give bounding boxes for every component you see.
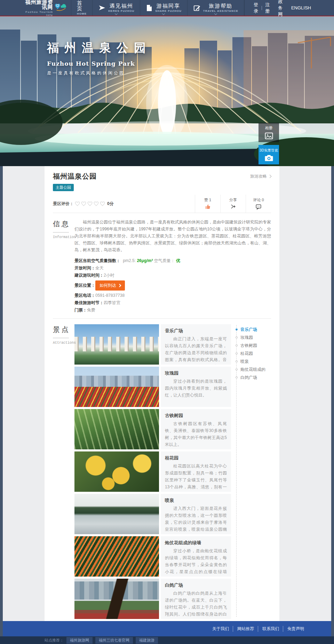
site-logo[interactable]: 福州旅游资讯网 Fuzhou Tourism Info	[0, 0, 66, 16]
chevron-right-icon	[268, 175, 272, 178]
hero-banner: 福州温泉公园 Fuzhou Hot Spring Park 是一座具有欧式风格的…	[0, 16, 334, 166]
album-icon	[265, 132, 273, 139]
tour-3d-label: 3D实景导览	[260, 148, 278, 153]
english-link[interactable]: ENGLISH	[291, 5, 311, 10]
album-label: 相册	[265, 125, 273, 131]
category-badge: 主题公园	[53, 184, 74, 191]
attraction-text: 进入西大门，迎面是花卉簇拥的大型喷水池，这一个圆形喷泉，它的设计灵感来自于摩洛哥…	[165, 505, 227, 534]
attraction-card: 炮仗花组成的绿墙 穿过小桥，是由炮仗花组成的绿墙，因花似炮仗而得名，每当春季开花…	[74, 536, 231, 577]
attraction-name: 喷泉	[165, 497, 227, 504]
attraction-text: 古铁树园区有苏铁、凤尾铁、美洲铁、泰国铁等30多株铁树，其中最大的千年铁树王高达…	[165, 420, 227, 448]
best-season-row: 最佳旅游时节：四季皆宜	[74, 300, 271, 306]
attraction-nav-item[interactable]: 喷泉	[240, 359, 271, 364]
like-button[interactable]: 赞 1	[195, 195, 220, 213]
heart-icon[interactable]	[75, 201, 80, 206]
attraction-card: 白鸽广场 白鸽广场的白鸽是从上海引进的广场鸽。在蓝天、白云下，绿叶红花中，成百上…	[74, 579, 231, 619]
nav-meet-fuzhou[interactable]: 遇见福州 HERES FUZHOU	[92, 0, 140, 16]
site-link-fujian-tourism[interactable]: 福建旅游	[136, 637, 158, 644]
hero-title-block: 福州温泉公园 Fuzhou Hot Spring Park 是一座具有欧式风格的…	[47, 40, 151, 76]
attractions-section-title: 景点	[53, 325, 73, 334]
attraction-nav-item[interactable]: 桂花园	[240, 351, 271, 356]
attraction-card: 古铁树园 古铁树园区有苏铁、凤尾铁、美洲铁、泰国铁等30多株铁树，其中最大的千年…	[74, 409, 231, 449]
heart-cloud-logo-icon	[54, 1, 66, 13]
book-icon	[146, 4, 153, 12]
heart-icon[interactable]	[87, 201, 93, 206]
attraction-photo-fountain[interactable]	[74, 494, 159, 534]
share-button[interactable]: 分享	[220, 195, 246, 213]
divider	[53, 232, 69, 233]
fountain-hero-photo	[0, 16, 334, 166]
gov-link[interactable]: 政务网	[278, 0, 283, 17]
how-to-arrive-button[interactable]: 如何到达	[95, 280, 125, 291]
attraction-name: 古铁树园	[165, 413, 227, 419]
attraction-photo-osmanthus-garden[interactable]	[74, 451, 159, 492]
heart-icon[interactable]	[81, 201, 86, 206]
hero-park-title: 福州温泉公园	[47, 40, 151, 56]
rating-score: 0分	[107, 201, 114, 207]
site-recommend-bar: 站点推荐： 福州旅游网 福州三坊七巷官网 福建旅游	[0, 636, 334, 644]
header-links: 登录 注册 政务网 ENGLISH	[244, 0, 334, 16]
attraction-name: 桂花园	[165, 455, 227, 461]
site-link-fuzhou-tourism[interactable]: 福州旅游网	[66, 637, 93, 644]
attraction-photo-firecracker-flower-wall[interactable]	[74, 536, 159, 577]
site-link-sanfang-qixiang[interactable]: 福州三坊七巷官网	[95, 637, 133, 644]
location-row: 景区位置： 如何到达	[74, 280, 271, 291]
air-quality-value: 优	[176, 258, 180, 263]
rating-label: 景区评价：	[53, 201, 74, 207]
attraction-text: 穿过小桥，是由炮仗花组成的绿墙，因花似炮仗而得名，每当春季开花时节，朵朵金黄色的…	[165, 547, 227, 577]
nav-share-fuzhou[interactable]: 游福同享 SHARE FUZHOU	[140, 0, 187, 16]
attraction-card: 桂花园 桂花园区以高大桂花为中心形成圆型配置，别具一格；竹园区里种下了金镶玉竹、…	[74, 451, 231, 492]
page-frame: 福州温泉公园 旅游攻略 主题公园 景区评价： 0分	[3, 166, 331, 636]
social-actions: 赞 1 分享 评论 0	[195, 195, 271, 213]
album-button[interactable]: 相册	[259, 123, 279, 142]
nav-travel-assistance[interactable]: 旅游帮助 TRAVEL ASSISTANCE	[187, 0, 244, 16]
like-count: 1	[209, 198, 211, 202]
footer-about-link[interactable]: 关于我们	[212, 626, 229, 632]
info-section-title: 信息	[53, 219, 73, 229]
air-quality-row: 景区当前空气质量指数： pm2.5: 26μg/m³ 空气质量： 优	[74, 258, 271, 264]
hero-park-title-en: Fuzhou Hot Spring Park	[47, 60, 151, 67]
chevron-right-icon	[118, 284, 121, 287]
register-link[interactable]: 注册	[265, 2, 270, 14]
attraction-name: 音乐广场	[165, 328, 227, 334]
top-nav-bar: 福州旅游资讯网 Fuzhou Tourism Info 首页 HOME 遇见福州…	[0, 0, 334, 16]
park-description: 福州温泉公园位于福州温泉公园路，是一座具有欧式风格的休闲公园，是由中国建筑设计研…	[74, 219, 271, 253]
thumb-up-icon	[205, 204, 211, 210]
tour-3d-button[interactable]: 3D实景导览	[259, 145, 279, 164]
attraction-name: 玫瑰园	[165, 370, 227, 376]
comment-button[interactable]: 评论 0	[246, 195, 271, 213]
attraction-nav-item[interactable]: 白鸽广场	[240, 375, 271, 380]
main-nav: 首页 HOME 遇见福州 HERES FUZHOU 游福同享 SHARE FUZ…	[71, 0, 244, 16]
hero-action-buttons: 相册 3D实景导览	[259, 123, 279, 164]
pm-value: 26μg/m³	[137, 258, 153, 263]
attraction-list: 音乐广场 由正门进入，东端是一座可以容纳几百人的露天音乐广场，在广场的两边是不同…	[74, 324, 231, 621]
attraction-photo-white-dove-plaza[interactable]	[74, 579, 159, 619]
attraction-nav-item[interactable]: 古铁树园	[240, 343, 271, 348]
heart-icon[interactable]	[100, 201, 105, 206]
site-recommend-label: 站点推荐：	[45, 638, 64, 643]
attraction-anchor-nav: 音乐广场 玫瑰园 古铁树园 桂花园 喷泉 炮仗花组成的 白鸽广场	[236, 327, 271, 621]
attraction-nav-item[interactable]: 音乐广场	[240, 327, 271, 332]
attraction-text: 由正门进入，东端是一座可以容纳几百人的露天音乐广场，在广场的两边是不同植物组成的…	[165, 335, 227, 365]
camera-icon	[265, 155, 273, 161]
footer-contact-link[interactable]: 联系我们	[258, 626, 279, 632]
footer-disclaimer-link[interactable]: 免责声明	[283, 626, 304, 632]
visit-duration-row: 建议游玩时间：2小时	[74, 272, 271, 279]
travel-guide-link[interactable]: 旅游攻略	[250, 173, 271, 179]
rating-widget[interactable]: 景区评价： 0分	[53, 195, 114, 213]
attraction-nav-item[interactable]: 炮仗花组成的	[240, 367, 271, 372]
heart-icon[interactable]	[94, 201, 99, 206]
attractions-section: 景点 Attractions 音乐广场 由正门进入，东端是一座可以容纳几百人的露…	[53, 319, 271, 621]
logo-subtitle: Fuzhou Tourism Info	[24, 10, 53, 17]
attraction-photo-rose-garden[interactable]	[74, 367, 159, 407]
page-title: 福州温泉公园	[53, 172, 97, 181]
login-link[interactable]: 登录	[254, 2, 258, 14]
attraction-photo-music-plaza[interactable]	[74, 324, 159, 365]
hero-tagline: 是一座具有欧式风格的休闲公园	[47, 70, 151, 76]
attraction-photo-cycad-garden[interactable]	[74, 409, 159, 449]
attraction-card: 音乐广场 由正门进入，东端是一座可以容纳几百人的露天音乐广场，在广场的两边是不同…	[74, 324, 231, 365]
attraction-nav-item[interactable]: 玫瑰园	[240, 335, 271, 340]
footer-recommend-link[interactable]: 网站推荐	[233, 626, 254, 632]
nav-home[interactable]: 首页 HOME	[71, 0, 92, 16]
attraction-name: 炮仗花组成的绿墙	[165, 540, 227, 546]
